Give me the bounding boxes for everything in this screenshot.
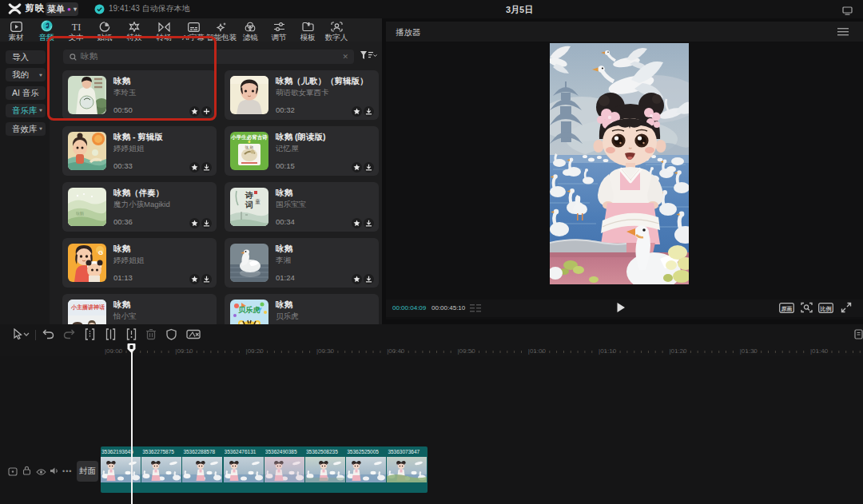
svg-text:诗: 诗 — [245, 191, 253, 200]
svg-text:G: G — [98, 249, 103, 256]
svg-text:贝乐虎: 贝乐虎 — [238, 306, 260, 314]
svg-text:词: 词 — [245, 200, 253, 209]
svg-text:咏鹅: 咏鹅 — [76, 211, 84, 216]
svg-text:原画: 原画 — [781, 306, 793, 312]
svg-text:童: 童 — [255, 198, 260, 205]
svg-text:咏 鹅: 咏 鹅 — [245, 145, 254, 149]
svg-text:小学生必背古诗: 小学生必背古诗 — [230, 134, 268, 141]
svg-text:比例: 比例 — [821, 305, 832, 312]
svg-text:小主播讲神话: 小主播讲神话 — [70, 304, 105, 311]
svg-text:TI: TI — [71, 22, 80, 32]
